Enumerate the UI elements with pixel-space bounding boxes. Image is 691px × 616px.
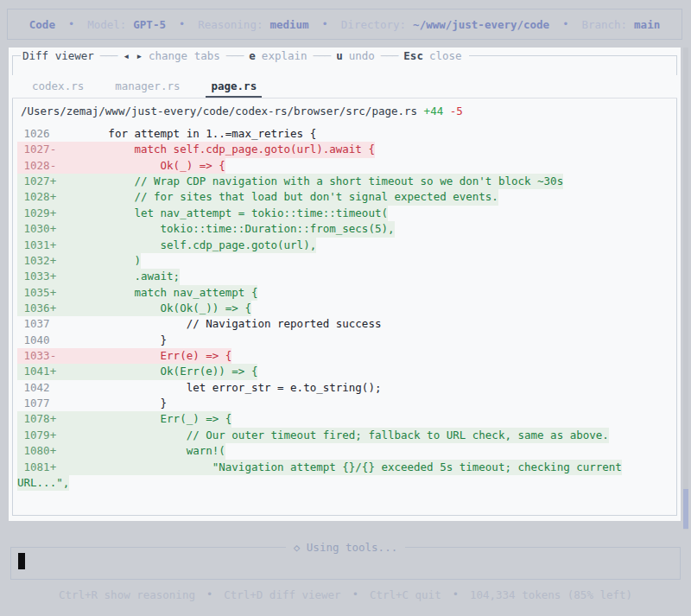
- diff-line: 1033- Err(e) => {: [17, 348, 670, 364]
- shortcut-key: e: [249, 49, 256, 62]
- text-cursor: [18, 553, 25, 569]
- code-text: for attempt in 1..=max_retries {: [56, 127, 316, 140]
- code-text: }: [56, 333, 167, 346]
- additions-count: +44: [424, 105, 444, 117]
- line-number: 1033+: [17, 270, 56, 283]
- scrollbar-thumb[interactable]: [683, 489, 688, 529]
- diff-viewer-panel: Diff viewer───◂ ▸change tabs───eexplain─…: [9, 48, 681, 521]
- composer-status: ◇ Using tools...: [11, 540, 680, 555]
- line-number: 1036+: [17, 302, 56, 314]
- code-text: // for sites that load but don't signal …: [56, 190, 498, 203]
- diff-line: 1033+ .await;: [17, 269, 670, 284]
- line-number: 1080+: [17, 444, 56, 457]
- file-tabs: codex.rsmanager.rspage.rs: [12, 75, 677, 98]
- footer-hints: Ctrl+R show reasoning • Ctrl+D diff view…: [0, 587, 691, 602]
- model-group: Model: GPT-5: [87, 18, 166, 31]
- shortcut-label: close: [429, 49, 462, 62]
- diff-line: 1029+ let nav_attempt = tokio::time::tim…: [17, 206, 670, 221]
- diff-viewer-title: Diff viewer: [22, 49, 94, 62]
- hint-diff-viewer: Ctrl+D diff viewer: [224, 588, 340, 601]
- separator-dot: •: [179, 18, 185, 30]
- deletions-count: -5: [450, 105, 463, 117]
- code-text: Err(_) => {: [56, 412, 231, 425]
- diff-line: 1026 for attempt in 1..=max_retries {: [17, 126, 670, 142]
- line-number: 1037: [17, 317, 56, 330]
- line-number: 1041+: [17, 365, 56, 378]
- shortcut-label: change tabs: [149, 49, 220, 62]
- model-value: GPT-5: [133, 18, 166, 31]
- line-number: 1035+: [17, 286, 56, 299]
- line-number: 1042: [17, 381, 56, 394]
- diff-line: 1077 }: [17, 396, 670, 411]
- tab-codex-rs[interactable]: codex.rs: [27, 75, 89, 98]
- line-number: 1028+: [17, 190, 56, 203]
- diff-line: 1040 }: [17, 333, 670, 348]
- code-text: tokio::time::Duration::from_secs(5),: [56, 222, 394, 235]
- token-usage: 104,334 tokens (85% left): [470, 588, 632, 601]
- file-path-row: /Users/zemaj/www/just-every/code/codex-r…: [21, 105, 463, 120]
- separator-dot: •: [352, 588, 358, 600]
- code-text: self.cdp_page.goto(url),: [56, 238, 316, 251]
- header-dash: ───: [226, 49, 244, 62]
- code-text: .await;: [56, 270, 180, 283]
- separator-dot: •: [562, 18, 568, 30]
- code-text: match nav_attempt {: [56, 286, 257, 299]
- diff-line: 1028- Ok(_) => {: [17, 158, 670, 174]
- code-text: // Wrap CDP navigation with a short time…: [56, 175, 563, 187]
- separator-dot: •: [453, 588, 459, 600]
- status-bar: Code • Model: GPT-5 • Reasoning: medium …: [7, 9, 682, 40]
- code-text: Err(e) => {: [56, 349, 231, 362]
- status-text: ◇ Using tools...: [286, 541, 405, 554]
- line-number: 1081+: [17, 460, 56, 473]
- diff-line: 1037 // Navigation reported success: [17, 316, 670, 332]
- code-text: URL...",: [17, 476, 69, 489]
- composer-input[interactable]: ◇ Using tools...: [10, 547, 681, 580]
- shortcut-key: u: [336, 49, 343, 62]
- diff-line: 1081+ "Navigation attempt {}/{} exceeded…: [17, 460, 670, 475]
- hint-quit: Ctrl+C quit: [370, 588, 441, 601]
- file-path: /Users/zemaj/www/just-every/code/codex-r…: [21, 105, 417, 117]
- reasoning-label: Reasoning:: [198, 18, 263, 31]
- line-number: 1030+: [17, 222, 56, 235]
- diff-line: 1080+ warn!(: [17, 443, 670, 459]
- line-number: 1033-: [17, 349, 56, 362]
- shortcut-key: ◂ ▸: [123, 49, 143, 62]
- reasoning-value: medium: [269, 18, 308, 31]
- code-text: let nav_attempt = tokio::time::timeout(: [56, 206, 388, 219]
- code-text: warn!(: [56, 444, 225, 457]
- separator-dot: •: [68, 18, 74, 30]
- directory-label: Directory:: [341, 18, 406, 31]
- diff-line: 1027- match self.cdp_page.goto(url).awai…: [17, 142, 670, 157]
- app-name: Code: [29, 18, 55, 31]
- diff-line: URL...",: [17, 475, 670, 491]
- header-dash: ───: [381, 49, 398, 62]
- diff-line: 1078+ Err(_) => {: [17, 411, 670, 427]
- tab-page-rs[interactable]: page.rs: [206, 75, 262, 98]
- separator-dot: •: [206, 588, 212, 600]
- diff-line: 1079+ // Our outer timeout fired; fallba…: [17, 428, 670, 443]
- line-number: 1027+: [17, 175, 56, 187]
- line-number: 1029+: [17, 206, 56, 219]
- scrollbar-track[interactable]: [683, 48, 688, 530]
- code-text: Ok(Ok(_)) => {: [56, 302, 251, 314]
- shortcut-key: Esc: [403, 49, 423, 62]
- diff-line: 1036+ Ok(Ok(_)) => {: [17, 301, 670, 316]
- branch-group: Branch: main: [581, 18, 660, 31]
- code-text: ): [56, 254, 141, 267]
- diff-line: 1035+ match nav_attempt {: [17, 285, 670, 301]
- code-text: match self.cdp_page.goto(url).await {: [56, 143, 375, 156]
- tab-manager-rs[interactable]: manager.rs: [110, 75, 185, 98]
- code-text: "Navigation attempt {}/{} exceeded 5s ti…: [56, 460, 622, 473]
- diff-lines: 1026 for attempt in 1..=max_retries { 10…: [17, 126, 670, 491]
- shortcut-label: undo: [349, 49, 375, 62]
- diff-line: 1028+ // for sites that load but don't s…: [17, 189, 670, 205]
- code-text: // Our outer timeout fired; fallback to …: [56, 429, 609, 441]
- diff-line: 1041+ Ok(Err(e)) => {: [17, 364, 670, 379]
- code-text: Ok(_) => {: [56, 159, 225, 172]
- line-number: 1040: [17, 333, 56, 346]
- header-dash: ───: [100, 49, 117, 62]
- hint-show-reasoning: Ctrl+R show reasoning: [59, 588, 195, 601]
- reasoning-group: Reasoning: medium: [198, 18, 308, 31]
- code-text: Ok(Err(e)) => {: [56, 365, 257, 378]
- model-label: Model:: [87, 18, 126, 31]
